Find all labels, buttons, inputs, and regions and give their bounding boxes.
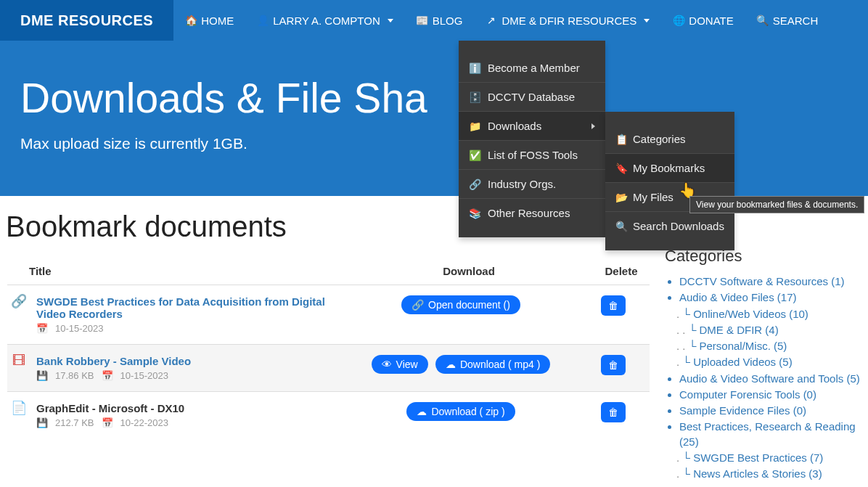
category-item[interactable]: Best Practices, Research & Reading (25) xyxy=(679,420,861,449)
category-item[interactable]: . └ Uploaded Videos (5) xyxy=(676,355,861,369)
category-item[interactable]: . └ Online/Web Videos (10) xyxy=(676,307,861,322)
nav-links: 🏠 HOME 👤 LARRY A. COMPTON 📰 BLOG ↗ DME &… xyxy=(173,0,830,41)
magnifier-icon: 🔍 xyxy=(615,221,627,232)
delete-button[interactable]: 🗑 xyxy=(601,402,626,422)
calendar-icon: 📅 xyxy=(102,370,113,381)
link-doc-icon: 🔗 xyxy=(13,295,25,307)
category-item[interactable]: Sample Evidence Files (0) xyxy=(679,404,861,418)
doc-size: 17.86 KB xyxy=(55,370,94,381)
category-link[interactable]: Best Practices, Research & Reading (25) xyxy=(679,420,856,447)
nav-donate[interactable]: 🌐 DONATE xyxy=(661,0,745,41)
category-item[interactable]: . └ News Articles & Stories (3) xyxy=(676,467,861,481)
delete-button[interactable]: 🗑 xyxy=(601,295,626,316)
category-link[interactable]: Audio & Video Files (17) xyxy=(679,291,796,303)
button-label: Download ( mp4 ) xyxy=(460,359,541,370)
submenu-search-downloads[interactable]: 🔍 Search Downloads xyxy=(605,211,734,240)
view-button[interactable]: 👁 View xyxy=(372,355,428,374)
dropdown-dcctv-label: DCCTV Database xyxy=(488,91,575,103)
doc-size: 212.7 KB xyxy=(55,417,94,428)
doc-title-link[interactable]: Bank Robbery - Sample Video xyxy=(36,355,191,367)
category-link[interactable]: DCCTV Software & Resources (1) xyxy=(679,275,845,287)
category-item[interactable]: Audio & Video Software and Tools (5) xyxy=(679,372,861,386)
nav-resources[interactable]: ↗ DME & DFIR RESOURCES xyxy=(474,0,661,41)
submenu-my-bookmarks[interactable]: 🔖 My Bookmarks xyxy=(605,153,734,182)
open-document-button[interactable]: 🔗 Open document () xyxy=(401,295,520,314)
database-icon: 🗄️ xyxy=(469,91,480,103)
nav-search-label: SEARCH xyxy=(773,15,819,27)
downloads-submenu: 📋 Categories 🔖 My Bookmarks 📂 My Files 🔍… xyxy=(605,112,734,250)
link-icon: 🔗 xyxy=(469,179,480,190)
category-link[interactable]: Uploaded Videos (5) xyxy=(693,356,792,368)
caret-icon xyxy=(388,19,393,22)
button-label: Open document () xyxy=(428,299,510,311)
dropdown-downloads-label: Downloads xyxy=(488,120,541,132)
doc-date: 10-22-2023 xyxy=(120,417,169,428)
category-link[interactable]: Personal/Misc. (5) xyxy=(699,340,787,352)
category-link[interactable]: Sample Evidence Files (0) xyxy=(679,404,806,417)
dropdown-foss-label: List of FOSS Tools xyxy=(488,149,578,161)
folder-icon: 📁 xyxy=(469,120,480,132)
dropdown-foss[interactable]: ✅ List of FOSS Tools xyxy=(459,140,605,169)
share-icon: ↗ xyxy=(486,15,497,26)
category-item[interactable]: Audio & Video Files (17) xyxy=(679,290,861,305)
doc-meta: 💾 17.86 KB 📅 10-15-2023 xyxy=(36,370,339,381)
download-zip-button[interactable]: ☁ Download ( zip ) xyxy=(406,402,515,421)
check-icon: ✅ xyxy=(469,150,480,161)
dropdown-other[interactable]: 📚 Other Resources xyxy=(459,198,605,227)
doc-date: 10-15-2023 xyxy=(55,323,104,334)
category-list: DCCTV Software & Resources (1)Audio & Vi… xyxy=(665,274,861,481)
category-item[interactable]: Computer Forensic Tools (0) xyxy=(679,388,861,402)
submenu-my-files-label: My Files xyxy=(633,191,673,203)
dropdown-become-member[interactable]: ℹ️ Become a Member xyxy=(459,54,605,82)
category-link[interactable]: Online/Web Videos (10) xyxy=(693,308,808,320)
hero-title: Downloads & File Sha xyxy=(20,74,868,122)
submenu-categories[interactable]: 📋 Categories xyxy=(605,125,734,153)
nav-search[interactable]: 🔍 SEARCH xyxy=(745,0,830,41)
doc-date: 10-15-2023 xyxy=(120,370,169,381)
nav-home-label: HOME xyxy=(201,15,234,27)
dropdown-industry[interactable]: 🔗 Industry Orgs. xyxy=(459,169,605,198)
doc-title-link[interactable]: SWGDE Best Practices for Data Acquisitio… xyxy=(36,295,325,320)
category-link[interactable]: News Articles & Stories (3) xyxy=(693,467,822,480)
cloud-download-icon: ☁ xyxy=(446,359,456,370)
download-mp4-button[interactable]: ☁ Download ( mp4 ) xyxy=(435,355,551,374)
button-label: View xyxy=(396,359,418,370)
category-item[interactable]: DCCTV Software & Resources (1) xyxy=(679,274,861,289)
nav-larry[interactable]: 👤 LARRY A. COMPTON xyxy=(245,0,405,41)
category-item[interactable]: . . └ DME & DFIR (4) xyxy=(676,323,861,337)
nav-larry-label: LARRY A. COMPTON xyxy=(273,15,380,27)
eye-icon: 👁 xyxy=(382,359,392,370)
category-link[interactable]: SWGDE Best Practices (7) xyxy=(693,451,823,464)
dropdown-dcctv[interactable]: 🗄️ DCCTV Database xyxy=(459,82,605,111)
main-content: Bookmark documents Title Download Delete… xyxy=(0,196,868,487)
nav-blog-label: BLOG xyxy=(433,15,463,27)
tooltip: View your bookmarked files & documents. xyxy=(689,196,864,213)
nav-home[interactable]: 🏠 HOME xyxy=(173,0,245,41)
doc-meta: 💾 212.7 KB 📅 10-22-2023 xyxy=(36,417,339,428)
info-icon: ℹ️ xyxy=(469,62,480,74)
dropdown-other-label: Other Resources xyxy=(488,207,570,219)
category-link[interactable]: DME & DFIR (4) xyxy=(699,324,778,336)
category-link[interactable]: Computer Forensic Tools (0) xyxy=(679,388,816,401)
nav-resources-label: DME & DFIR RESOURCES xyxy=(501,15,636,27)
nav-blog[interactable]: 📰 BLOG xyxy=(405,0,475,41)
doc-title-link[interactable]: GraphEdit - Microsoft - DX10 xyxy=(36,402,184,414)
search-icon: 🔍 xyxy=(757,15,769,26)
category-link[interactable]: Audio & Video Software and Tools (5) xyxy=(679,372,860,385)
brand-logo[interactable]: DME RESOURCES xyxy=(0,0,173,41)
dropdown-become-member-label: Become a Member xyxy=(488,62,580,74)
dropdown-downloads[interactable]: 📁 Downloads xyxy=(459,111,605,140)
table-row: 🔗 SWGDE Best Practices for Data Acquisit… xyxy=(7,285,650,345)
calendar-icon: 📅 xyxy=(36,323,48,334)
nav-donate-label: DONATE xyxy=(689,15,733,27)
submenu-my-bookmarks-label: My Bookmarks xyxy=(633,162,705,174)
category-item[interactable]: . └ SWGDE Best Practices (7) xyxy=(676,451,861,465)
category-item[interactable]: . . └ Personal/Misc. (5) xyxy=(676,339,861,353)
hero-subtitle: Max upload size is currently 1GB. xyxy=(20,135,868,152)
books-icon: 📚 xyxy=(469,208,480,219)
list-icon: 📋 xyxy=(615,134,627,145)
delete-button[interactable]: 🗑 xyxy=(601,355,626,375)
home-icon: 🏠 xyxy=(185,15,197,26)
col-delete: Delete xyxy=(577,258,650,285)
trash-icon: 🗑 xyxy=(608,406,618,418)
